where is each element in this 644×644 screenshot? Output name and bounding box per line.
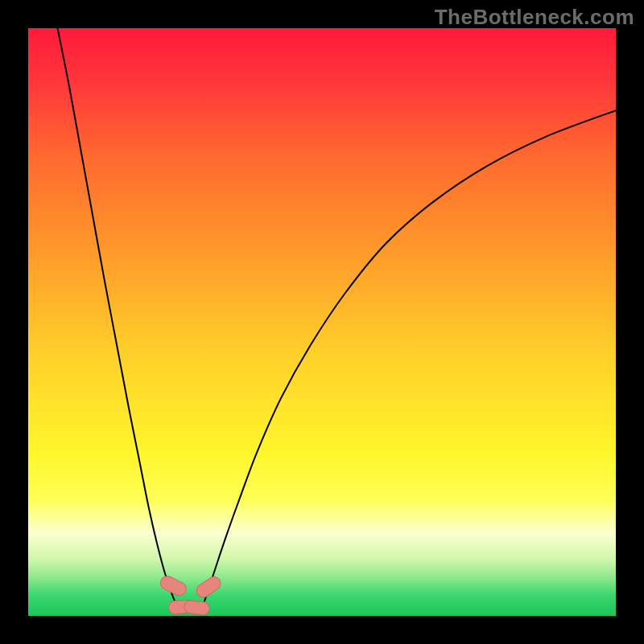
chart-svg [28,28,616,616]
plot-area [28,28,616,616]
gradient-background [28,28,616,616]
watermark-text: TheBottleneck.com [435,5,634,30]
chart-container: TheBottleneck.com [0,0,644,644]
highlight-marker-2 [184,600,210,615]
